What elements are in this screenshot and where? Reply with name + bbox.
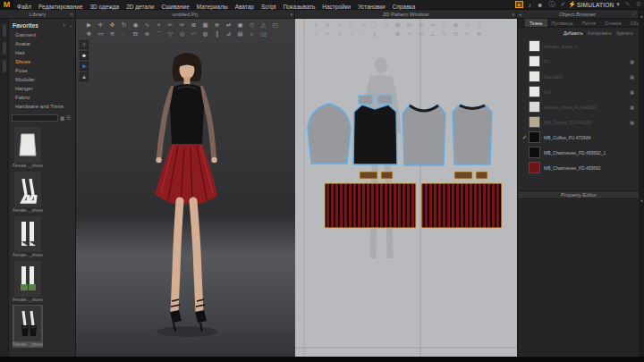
library-category[interactable]: Garment bbox=[9, 30, 76, 39]
library-category[interactable]: Shoes bbox=[9, 57, 76, 66]
fabric-swatch[interactable] bbox=[529, 101, 540, 113]
sidebar-collapse-strip[interactable] bbox=[0, 19, 9, 357]
fabric-action-button[interactable]: Удалить bbox=[616, 30, 633, 36]
rotate-icon[interactable]: ↻ bbox=[118, 21, 130, 29]
menu-item[interactable]: 2D детали bbox=[123, 4, 157, 10]
fabric-fold-icon[interactable]: ▦ bbox=[628, 120, 636, 125]
fold-icon[interactable]: ⊿ bbox=[223, 29, 234, 38]
diamond-icon[interactable]: ◇ bbox=[246, 21, 258, 29]
list-view-icon[interactable]: ☰ bbox=[66, 115, 71, 121]
lock-icon[interactable]: ● bbox=[515, 1, 523, 8]
library-thumbnail[interactable]: Female..._shoes bbox=[13, 260, 43, 303]
library-category[interactable]: Fabric bbox=[9, 93, 76, 102]
library-category[interactable]: Hair bbox=[9, 48, 76, 57]
library-close-icon[interactable]: ✕ bbox=[70, 12, 73, 17]
pin-icon[interactable]: ◉ bbox=[130, 21, 141, 29]
bind-icon[interactable]: ⊗ bbox=[141, 29, 153, 38]
simulate-icon[interactable]: ▶ bbox=[83, 21, 95, 29]
object-browser-tab[interactable]: Ткань bbox=[525, 19, 547, 27]
confirm-icon[interactable]: ✓ bbox=[557, 1, 568, 8]
object-browser-tab[interactable]: Пуговица bbox=[547, 19, 578, 27]
fabric-swatch[interactable] bbox=[529, 116, 540, 128]
wrinkle-icon[interactable]: 〰 bbox=[188, 29, 199, 38]
settings-gear-icon[interactable]: ⚙ bbox=[633, 1, 644, 8]
fabric-swatch[interactable] bbox=[529, 86, 540, 97]
dart-icon[interactable]: ▽ bbox=[165, 29, 176, 38]
fabric-swatch[interactable] bbox=[529, 162, 540, 173]
menu-item[interactable]: 3D одежда bbox=[87, 4, 123, 10]
avatar-3d[interactable] bbox=[131, 47, 242, 342]
right-collapse-strip[interactable]: ◂ ◂ bbox=[639, 10, 644, 357]
pattern-bodice-front[interactable] bbox=[402, 105, 445, 165]
layer-icon[interactable]: ⊟ bbox=[130, 29, 141, 38]
fabric-fold-icon[interactable]: ▦ bbox=[628, 59, 636, 64]
grid-icon[interactable]: ⊞ bbox=[188, 21, 199, 29]
steam-icon[interactable]: ≋ bbox=[106, 29, 118, 38]
fabric-action-button[interactable]: Копировать bbox=[588, 30, 612, 36]
pattern-waistband-3[interactable] bbox=[454, 172, 472, 179]
fabric-row[interactable]: ✓MB_Coffee_FU.472684 bbox=[518, 130, 639, 145]
hand-icon[interactable]: ✥ bbox=[83, 29, 95, 38]
pattern-vest-front[interactable] bbox=[353, 105, 397, 164]
viewport2d-header[interactable]: 2D Pattern Window ▾ bbox=[295, 10, 517, 19]
fabric-swatch[interactable] bbox=[529, 147, 540, 158]
viewport2d-menu-icon[interactable]: ▾ bbox=[512, 12, 514, 17]
menu-item[interactable]: Аватар bbox=[232, 4, 258, 10]
library-category[interactable]: Modular bbox=[9, 75, 76, 84]
swap-icon[interactable]: ⇄ bbox=[223, 21, 234, 29]
fabric-row[interactable]: Standard▦ bbox=[518, 69, 639, 84]
pattern-waistband-1[interactable] bbox=[360, 172, 377, 179]
object-browser-tab[interactable]: Петля bbox=[577, 19, 599, 27]
pattern-bodice-back[interactable] bbox=[453, 105, 492, 164]
show-avatar-toggle[interactable]: ☻ bbox=[80, 51, 89, 60]
object-browser-tab[interactable]: Стежка bbox=[600, 19, 626, 27]
pen-icon[interactable]: ✏ bbox=[176, 21, 188, 29]
show-body-toggle[interactable]: ▲ bbox=[80, 72, 89, 81]
library-category[interactable]: Avatar bbox=[9, 39, 76, 48]
menu-item[interactable]: Материалы bbox=[193, 4, 232, 10]
mesh-icon[interactable]: ▤ bbox=[234, 29, 246, 38]
menu-item[interactable]: Сшивание bbox=[157, 4, 192, 10]
object-browser-collapse-icon[interactable]: ◂ bbox=[519, 12, 521, 17]
pattern-skirt-left[interactable] bbox=[325, 183, 416, 228]
show-garment-toggle[interactable]: ▼ bbox=[80, 40, 89, 49]
pattern-canvas[interactable] bbox=[295, 19, 517, 357]
fabric-action-button[interactable]: Добавить bbox=[564, 30, 583, 36]
fabric-swatch[interactable] bbox=[529, 55, 540, 67]
fabric-swatch[interactable] bbox=[529, 40, 540, 52]
collapse-arrow-icon[interactable]: ◂ bbox=[639, 13, 644, 19]
menu-item[interactable]: Показывать bbox=[280, 4, 319, 10]
sound-icon[interactable]: ♪ bbox=[526, 2, 535, 8]
move-icon[interactable]: ✜ bbox=[106, 21, 118, 29]
sew-icon[interactable]: ∿ bbox=[141, 21, 153, 29]
zone-icon[interactable]: ▭ bbox=[95, 29, 106, 38]
avatar-mode-icon[interactable]: ☻ bbox=[534, 2, 546, 8]
viewport-2d[interactable]: ➤✛⊕∿⬠▭◯◇▦▤⊞⇄△▣◫⎙ ⌇≀✂⊿≈〰∥◌◉⌖⇆∠✎⊟≡✚ bbox=[295, 19, 517, 357]
add-icon[interactable]: ⊕ bbox=[211, 21, 223, 29]
pattern-waistband-2[interactable] bbox=[381, 172, 393, 179]
pattern-waistband-4[interactable] bbox=[476, 172, 487, 179]
triangle-icon[interactable]: △ bbox=[258, 21, 269, 29]
mode-caret-icon[interactable]: ▾ bbox=[614, 1, 623, 8]
favorites-remove-icon[interactable]: − bbox=[66, 23, 72, 29]
fabric-row[interactable]: Female_dress_1 bbox=[518, 38, 639, 54]
fabric-swatch[interactable] bbox=[529, 131, 540, 143]
button-icon[interactable]: ◍ bbox=[199, 29, 211, 38]
fabric-row[interactable]: FU▦ bbox=[518, 54, 639, 69]
measure-icon[interactable]: ⌖ bbox=[153, 21, 165, 29]
camera-icon[interactable]: ◲ bbox=[258, 29, 269, 38]
viewport3d-menu-icon[interactable]: ▾ bbox=[290, 12, 292, 17]
fabric-row[interactable]: MB_Oxford_FD.443118▦ bbox=[518, 114, 639, 130]
property-editor-header[interactable]: Property Editor bbox=[518, 190, 640, 199]
library-search-input[interactable] bbox=[12, 114, 58, 122]
window-icon[interactable]: ◰ bbox=[269, 21, 281, 29]
simulation-mode-label[interactable]: SIMULATION bbox=[577, 2, 614, 8]
fabric-row[interactable]: MB_Charmeuse_FD.459592_1 bbox=[518, 145, 639, 160]
menu-item[interactable]: Справка bbox=[389, 4, 419, 10]
fabric-fold-icon[interactable]: ▦ bbox=[628, 89, 636, 95]
object-browser-expand-icon[interactable]: ⤢ bbox=[632, 11, 636, 17]
fabric-fold-icon[interactable]: ▦ bbox=[628, 74, 636, 80]
viewport3d-header[interactable]: untitled.Prj ▾ bbox=[76, 10, 295, 19]
library-category[interactable]: Pose bbox=[9, 66, 76, 75]
library-thumbnail[interactable]: Female..._shoes bbox=[13, 215, 43, 258]
